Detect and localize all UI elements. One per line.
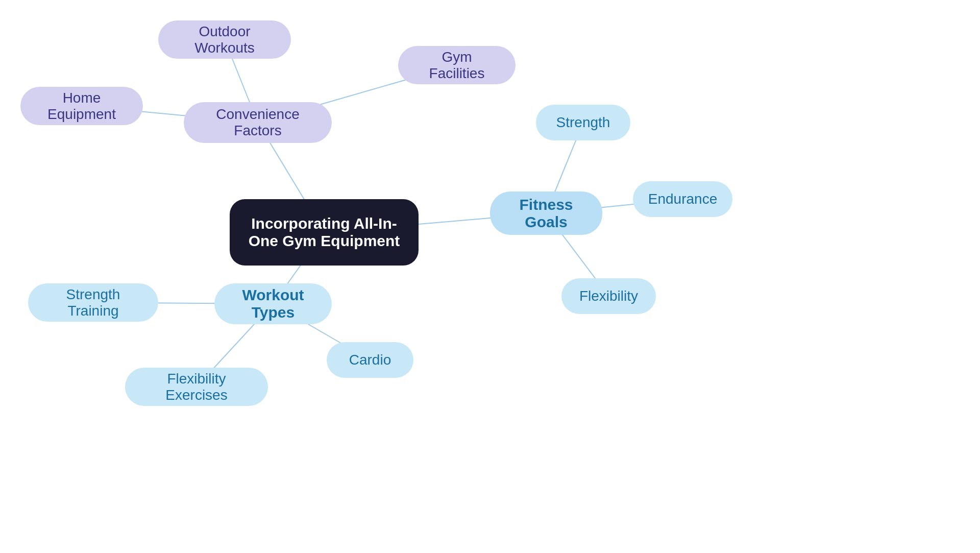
- workout-types-node[interactable]: Workout Types: [214, 283, 332, 324]
- flexibility-node[interactable]: Flexibility: [561, 278, 656, 314]
- home-equipment-label: Home Equipment: [37, 90, 127, 123]
- cardio-label: Cardio: [349, 352, 391, 368]
- fitness-goals-node[interactable]: Fitness Goals: [490, 191, 602, 235]
- flexibility-exercises-node[interactable]: Flexibility Exercises: [125, 368, 268, 406]
- strength-training-label: Strength Training: [44, 286, 142, 319]
- outdoor-workouts-node[interactable]: Outdoor Workouts: [158, 20, 291, 59]
- fitness-goals-label: Fitness Goals: [506, 196, 586, 231]
- center-node[interactable]: Incorporating All-In-One Gym Equipment: [230, 199, 419, 266]
- strength-label: Strength: [556, 114, 610, 131]
- endurance-node[interactable]: Endurance: [633, 181, 732, 217]
- gym-facilities-label: Gym Facilities: [414, 49, 499, 82]
- home-equipment-node[interactable]: Home Equipment: [20, 87, 143, 125]
- outdoor-workouts-label: Outdoor Workouts: [175, 23, 275, 56]
- strength-node[interactable]: Strength: [536, 105, 630, 140]
- flexibility-label: Flexibility: [579, 288, 638, 304]
- cardio-node[interactable]: Cardio: [327, 342, 413, 378]
- convenience-factors-label: Convenience Factors: [200, 106, 315, 139]
- strength-training-node[interactable]: Strength Training: [28, 283, 158, 322]
- endurance-label: Endurance: [648, 191, 717, 207]
- gym-facilities-node[interactable]: Gym Facilities: [398, 46, 516, 84]
- center-label: Incorporating All-In-One Gym Equipment: [246, 215, 402, 250]
- flexibility-exercises-label: Flexibility Exercises: [141, 371, 252, 403]
- convenience-factors-node[interactable]: Convenience Factors: [184, 102, 332, 143]
- workout-types-label: Workout Types: [231, 286, 315, 321]
